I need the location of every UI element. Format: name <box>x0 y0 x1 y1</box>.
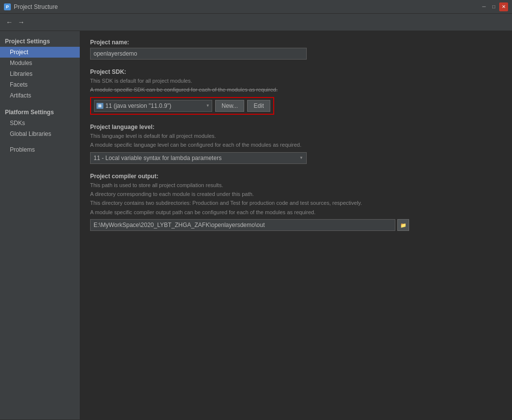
browse-folder-button[interactable]: 📁 <box>397 219 409 231</box>
language-label: Project language level: <box>90 124 502 130</box>
project-name-label: Project name: <box>90 39 502 46</box>
platform-settings-header: Platform Settings <box>0 106 80 118</box>
sdk-desc1: This SDK is default for all project modu… <box>90 77 502 85</box>
sidebar-item-facets[interactable]: Facets <box>0 79 80 90</box>
compiler-desc1: This path is used to store all project c… <box>90 182 502 189</box>
language-section: Project language level: This language le… <box>90 124 502 164</box>
content-area: Project name: Project SDK: This SDK is d… <box>80 31 512 420</box>
window-controls: ─ □ ✕ <box>480 2 508 11</box>
language-dropdown-arrow: ▼ <box>299 156 303 160</box>
app-icon: P <box>4 3 11 10</box>
sdk-section: Project SDK: This SDK is default for all… <box>90 68 502 115</box>
sidebar: Project Settings Project Modules Librari… <box>0 31 80 420</box>
sidebar-item-problems[interactable]: Problems <box>0 144 80 155</box>
minimize-button[interactable]: ─ <box>480 2 488 11</box>
compiler-desc2: A directory corresponding to each module… <box>90 191 502 198</box>
project-name-section: Project name: <box>90 39 502 60</box>
language-desc2: A module specific language level can be … <box>90 141 502 149</box>
sidebar-item-libraries[interactable]: Libraries <box>0 68 80 79</box>
forward-button[interactable]: → <box>16 17 27 28</box>
sidebar-item-global-libraries[interactable]: Global Libraries <box>0 129 80 139</box>
compiler-desc3: This directory contains two subdirectori… <box>90 199 502 207</box>
compiler-desc4: A module specific compiler output path c… <box>90 209 502 216</box>
title-bar: P Project Structure ─ □ ✕ <box>0 0 512 14</box>
compiler-label: Project compiler output: <box>90 173 502 180</box>
close-button[interactable]: ✕ <box>499 2 508 11</box>
language-value: 11 - Local variable syntax for lambda pa… <box>94 155 222 162</box>
sdk-label: Project SDK: <box>90 68 502 75</box>
sdk-dropdown[interactable]: ▦ 11 (java version "11.0.9") ▼ <box>94 100 212 112</box>
language-dropdown[interactable]: 11 - Local variable syntax for lambda pa… <box>90 152 307 164</box>
sidebar-item-artifacts[interactable]: Artifacts <box>0 90 80 101</box>
sdk-value: 11 (java version "11.0.9") <box>105 102 171 109</box>
back-button[interactable]: ← <box>4 17 15 28</box>
output-path-row: 📁 <box>90 219 502 231</box>
project-name-input[interactable] <box>90 48 307 60</box>
sdk-row: ▦ 11 (java version "11.0.9") ▼ New... Ed… <box>90 97 274 115</box>
sdk-desc2: A module specific SDK can be configured … <box>90 86 502 94</box>
language-desc1: This language level is default for all p… <box>90 132 502 140</box>
compiler-section: Project compiler output: This path is us… <box>90 173 502 231</box>
sidebar-item-project[interactable]: Project <box>0 47 80 58</box>
project-settings-header: Project Settings <box>0 35 80 47</box>
window-title: Project Structure <box>14 3 58 10</box>
sdk-new-button[interactable]: New... <box>215 100 244 112</box>
sidebar-item-sdks[interactable]: SDKs <box>0 118 80 129</box>
sidebar-item-modules[interactable]: Modules <box>0 58 80 68</box>
maximize-button[interactable]: □ <box>489 2 498 11</box>
sdk-dropdown-arrow: ▼ <box>206 103 210 108</box>
nav-button-bar: ← → <box>0 14 512 31</box>
main-layout: Project Settings Project Modules Librari… <box>0 31 512 420</box>
output-path-input[interactable] <box>90 219 395 231</box>
sdk-folder-icon: ▦ <box>96 103 103 109</box>
sdk-edit-button[interactable]: Edit <box>247 100 270 112</box>
